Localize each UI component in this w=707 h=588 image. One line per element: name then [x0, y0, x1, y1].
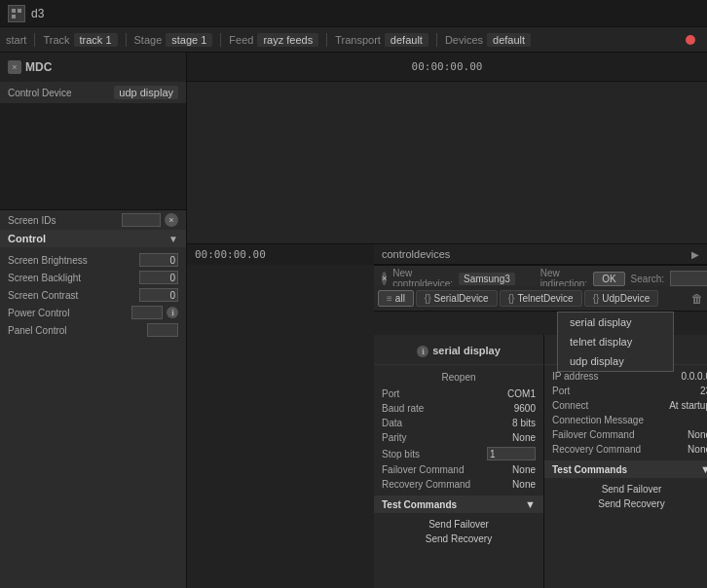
track-label: Track: [43, 34, 69, 46]
telnet-failover-row: Failover Command None: [544, 427, 707, 442]
telnet-test-commands-header[interactable]: Test Commands ▼: [544, 460, 707, 478]
telnet-failover-value[interactable]: None: [638, 429, 707, 440]
all-icon: ≡: [387, 293, 392, 304]
stage-label: Stage: [134, 34, 163, 46]
contrast-input[interactable]: [139, 288, 178, 302]
sidebar-timeline-area: [0, 103, 186, 210]
telnet-port-row: Port 23: [544, 384, 707, 398]
new-indir-ok-button[interactable]: OK: [593, 272, 624, 286]
device-panels-row: ℹ serial display Reopen Port COM1 Baud r…: [374, 335, 707, 588]
timeline-area: 00:00:00.00 udp display 00:00:00.00 cont…: [187, 53, 707, 588]
serial-data-row: Data 8 bits: [374, 416, 543, 430]
reopen-row: Reopen: [374, 369, 543, 386]
type-serial-button[interactable]: {} SerialDevice: [416, 290, 498, 307]
track-value[interactable]: track 1: [74, 33, 118, 47]
serial-baud-value[interactable]: 9600: [464, 403, 536, 414]
udp-icon: {}: [593, 293, 600, 304]
type-udp-button[interactable]: {} UdpDevice: [584, 290, 659, 307]
serial-send-recovery-button[interactable]: Send Recovery: [374, 532, 543, 546]
serial-device-panel: ℹ serial display Reopen Port COM1 Baud r…: [374, 335, 544, 588]
serial-info-icon[interactable]: ℹ: [417, 346, 428, 357]
menu-sep-4: [326, 33, 327, 47]
type-telnet-label: TelnetDevice: [517, 293, 573, 304]
time-display-2-container: 00:00:00.00: [187, 243, 374, 265]
type-udp-label: UdpDevice: [602, 293, 650, 304]
feed-value[interactable]: rayz feeds: [257, 33, 318, 47]
mdc-title: MDC: [25, 56, 52, 78]
screen-ids-row: Screen IDs ×: [0, 210, 186, 230]
controldevices-arrow[interactable]: ▶: [691, 249, 699, 260]
telnet-connect-row: Connect At startup: [544, 398, 707, 413]
serial-parity-value[interactable]: None: [464, 432, 536, 443]
type-telnet-button[interactable]: {} TelnetDevice: [500, 290, 582, 307]
telnet-send-failover-button[interactable]: Send Failover: [544, 482, 707, 496]
panel-control-row: Panel Control: [0, 321, 186, 339]
telnet-port-value[interactable]: 23: [634, 386, 707, 396]
timeline-header-top: 00:00:00.00: [187, 53, 707, 82]
menu-sep-2: [126, 33, 127, 47]
brightness-input[interactable]: [139, 253, 178, 267]
screen-ids-close[interactable]: ×: [165, 213, 178, 227]
reopen-label[interactable]: Reopen: [441, 372, 475, 383]
serial-recovery-label: Recovery Command: [382, 479, 470, 490]
contrast-label: Screen Contrast: [8, 290, 135, 301]
control-device-value[interactable]: udp display: [114, 86, 178, 99]
serial-port-row: Port COM1: [374, 386, 543, 401]
telnet-connect-value[interactable]: At startup: [634, 400, 707, 411]
telnet-recovery-value[interactable]: None: [645, 444, 707, 455]
timeline-tracks: [187, 82, 707, 243]
time-display-2: 00:00:00.00: [195, 248, 266, 261]
panel-control-toggle[interactable]: [147, 323, 178, 337]
type-all-button[interactable]: ≡ all: [378, 290, 414, 307]
type-selector-bar: ≡ all {} SerialDevice {} TelnetDevice {}…: [374, 286, 707, 312]
serial-stopbits-input[interactable]: 1: [487, 447, 536, 460]
power-info-icon[interactable]: ℹ: [167, 307, 178, 318]
stage-value[interactable]: stage 1: [166, 33, 212, 47]
new-cd-close[interactable]: ×: [382, 272, 387, 285]
serial-recovery-value[interactable]: None: [474, 479, 536, 490]
serial-failover-row: Failover Command None: [374, 462, 543, 477]
telnet-connmsg-row: Connection Message: [544, 413, 707, 427]
dropdown-item-telnet[interactable]: telnet display: [558, 332, 673, 351]
dropdown-item-serial[interactable]: serial display: [558, 312, 673, 332]
serial-parity-label: Parity: [382, 432, 460, 443]
screen-ids-input[interactable]: [122, 213, 161, 227]
backlight-row: Screen Backlight: [0, 269, 186, 286]
brightness-label: Screen Brightness: [8, 255, 135, 266]
control-section-header[interactable]: Control ▼: [0, 230, 186, 247]
delete-device-button[interactable]: 🗑: [691, 292, 703, 306]
serial-failover-value[interactable]: None: [467, 464, 536, 475]
telnet-send-recovery-button[interactable]: Send Recovery: [544, 496, 707, 511]
search-input[interactable]: [670, 271, 707, 286]
serial-port-value[interactable]: COM1: [464, 388, 536, 399]
menu-sep-3: [220, 33, 221, 47]
telnet-ip-value[interactable]: 0.0.0.0: [634, 371, 707, 382]
telnet-test-commands-arrow: ▼: [700, 463, 707, 475]
serial-data-value[interactable]: 8 bits: [464, 418, 536, 428]
power-control-toggle[interactable]: [131, 306, 163, 319]
serial-icon: {}: [425, 293, 431, 304]
new-cd-value[interactable]: Samsung3: [459, 273, 515, 285]
close-button[interactable]: ×: [8, 60, 21, 74]
main-layout: × MDC Control Device udp display Screen …: [0, 53, 707, 588]
serial-test-commands-header[interactable]: Test Commands ▼: [374, 496, 543, 513]
serial-test-commands-arrow: ▼: [525, 498, 536, 510]
control-device-row: Control Device udp display: [0, 82, 186, 103]
sidebar: × MDC Control Device udp display Screen …: [0, 53, 187, 588]
serial-send-failover-button[interactable]: Send Failover: [374, 517, 543, 532]
transport-label: Transport: [335, 34, 381, 46]
backlight-input[interactable]: [139, 271, 178, 284]
dropdown-item-udp[interactable]: udp display: [558, 351, 673, 371]
serial-baud-label: Baud rate: [382, 403, 460, 414]
search-label: Search:: [631, 274, 664, 284]
serial-data-label: Data: [382, 418, 460, 428]
controldevices-label: controldevices: [382, 248, 688, 260]
feed-label: Feed: [229, 34, 253, 46]
svg-rect-2: [12, 15, 16, 18]
transport-value[interactable]: default: [385, 33, 428, 47]
power-control-row: Power Control ℹ: [0, 304, 186, 321]
devices-value[interactable]: default: [487, 33, 531, 47]
telnet-connect-label: Connect: [552, 400, 630, 411]
serial-stopbits-value: 1: [488, 448, 498, 460]
serial-failover-label: Failover Command: [382, 464, 464, 475]
